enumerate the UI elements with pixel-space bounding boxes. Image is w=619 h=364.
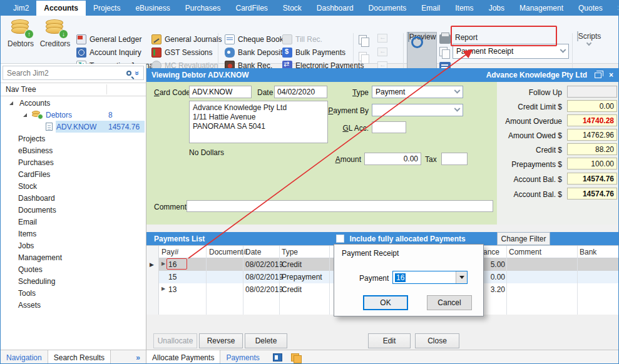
column-date[interactable]: Date [245,248,261,256]
credit-label: Credit $ [497,146,562,154]
tab-stock[interactable]: Stock [275,1,309,16]
debtors-label: Debtors [8,39,34,48]
copy-report-icon[interactable] [439,47,451,58]
tab-documents[interactable]: Documents [361,1,414,16]
email-copy-icon[interactable] [359,35,370,46]
tree-node-documents[interactable]: Documents [1,204,146,216]
tab-cardfiles[interactable]: CardFiles [228,1,275,16]
tree-node-assets[interactable]: Assets [1,299,146,311]
nav-sidebar: » Nav Tree Accounts Debtors 8 ADV.KNOW 1… [1,64,146,350]
arrow-up-icon: ↑ [24,29,34,39]
type-dropdown[interactable]: Payment [372,86,463,98]
tree-node-ebusiness[interactable]: eBusiness [1,144,146,156]
tree-node-management[interactable]: Management [1,251,146,263]
tree-expand-icon[interactable] [23,113,27,117]
tab-management[interactable]: Management [512,1,571,16]
tree-expand-icon[interactable] [9,101,13,105]
tab-ebusiness[interactable]: eBusiness [128,1,177,16]
tax-field[interactable] [441,153,468,165]
reverse-button[interactable]: Reverse [199,333,243,348]
column-balance-partial[interactable]: ance [483,248,499,256]
tree-node-tools[interactable]: Tools [1,287,146,299]
amount-overdue-value: 14740.28 [583,116,614,125]
date-field[interactable]: 04/02/2020 [274,86,327,98]
general-journals-button[interactable]: General Journals [150,33,223,46]
tree-node-email[interactable]: Email [1,216,146,228]
search-box[interactable]: » [3,66,144,80]
amount-value: 0.00 [404,154,418,163]
search-expand-icon[interactable]: » [133,71,142,75]
general-journals-label: General Journals [165,35,222,44]
debtors-button[interactable]: ↑ Debtors [4,18,38,59]
cancel-button[interactable]: Cancel [427,295,472,310]
cheque-book-button[interactable]: Cheque Book [223,33,288,46]
gl-acc-field[interactable] [372,121,406,133]
column-pay[interactable]: Pay# [161,248,178,256]
change-filter-button[interactable]: Change Filter [497,232,550,245]
list-view-icon[interactable] [273,353,282,361]
tab-accounts[interactable]: Accounts [36,1,86,16]
dialog-payment-combobox[interactable]: 16 [392,271,468,284]
tree-node-jobs[interactable]: Jobs [1,240,146,251]
report-dropdown[interactable]: Payment Receipt [453,44,569,59]
sidebar-overflow-icon[interactable]: » [130,350,146,364]
dropdown-button[interactable] [456,271,467,283]
tree-node-stock[interactable]: Stock [1,180,146,192]
tree-node-debtors[interactable]: Debtors 8 [1,109,146,121]
follow-up-field[interactable] [567,86,617,98]
account-inquiry-button[interactable]: Account Inquiry [74,46,157,59]
row-expand-icon[interactable]: ▶ [161,286,165,291]
tree-node-accounts[interactable]: Accounts [1,97,146,109]
tab-quotes[interactable]: Quotes [571,1,610,16]
bank-deposits-button[interactable]: Bank Deposits [223,46,288,59]
tree-node-cardfiles[interactable]: CardFiles [1,168,146,180]
tab-search-results[interactable]: Search Results [48,350,111,364]
tree-node-purchases[interactable]: Purchases [1,156,146,168]
creditors-button[interactable]: ↓ Creditors [38,18,72,59]
tab-allocate-payments[interactable]: Allocate Payments [146,350,220,364]
include-allocated-checkbox[interactable] [336,235,344,243]
column-document[interactable]: Document# [209,248,247,256]
tree-node-items[interactable]: Items [1,228,146,240]
tree-node-quotes[interactable]: Quotes [1,263,146,275]
tab-jobs[interactable]: Jobs [481,1,512,16]
payment-date: 08/02/2019 [245,273,283,281]
payment-by-dropdown[interactable] [372,104,463,116]
gst-sessions-button[interactable]: GST Sessions [150,46,223,59]
tab-items[interactable]: Items [448,1,481,16]
tab-email[interactable]: Email [414,1,448,16]
float-window-icon[interactable] [595,73,601,78]
tab-scheduling[interactable]: Scheduling [610,1,619,16]
delete-button[interactable]: Delete [245,333,287,348]
tab-purchases[interactable]: Purchases [178,1,228,16]
grid-line [279,246,280,315]
close-button[interactable]: Close [415,333,459,348]
tab-dashboard[interactable]: Dashboard [309,1,361,16]
copy-pages-icon[interactable] [291,353,301,362]
column-bank-partial[interactable]: Bank [580,248,596,256]
ribbon-separator [403,33,404,71]
close-window-icon[interactable]: × [609,71,613,79]
search-icon[interactable] [126,71,131,76]
amount-field[interactable]: 0.00 [364,153,421,165]
edit-button[interactable]: Edit [368,333,411,348]
address-line-3: PANORAMA SA 5041 [193,122,324,131]
tab-jim2[interactable]: Jim2 [6,1,36,16]
column-type[interactable]: Type [282,248,298,256]
tab-payments[interactable]: Payments [220,350,265,364]
column-comment[interactable]: Comment [509,248,541,256]
pay-number: 16 [168,260,176,269]
search-input[interactable] [7,69,123,78]
comment-field[interactable] [187,200,493,212]
tab-navigation[interactable]: Navigation [1,350,48,364]
ok-button[interactable]: OK [363,295,408,310]
row-expand-icon[interactable]: ▶ [161,261,165,266]
print-icon[interactable] [439,34,451,44]
general-ledger-button[interactable]: General Ledger [74,33,157,46]
tree-node-advknow[interactable]: ADV.KNOW 14574.76 [1,121,146,133]
tree-node-projects[interactable]: Projects [1,133,146,144]
tree-node-dashboard[interactable]: Dashboard [1,192,146,204]
tab-projects[interactable]: Projects [86,1,128,16]
tree-node-scheduling[interactable]: Scheduling [1,275,146,287]
card-code-field[interactable]: ADV.KNOW [189,86,252,98]
